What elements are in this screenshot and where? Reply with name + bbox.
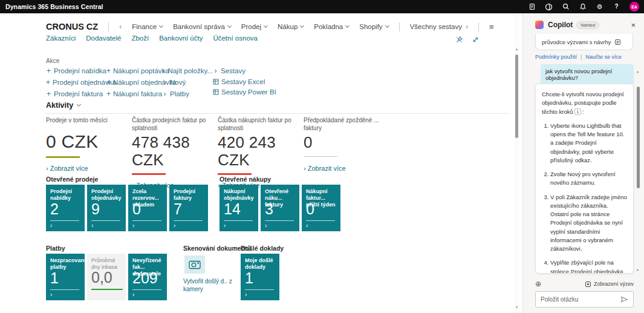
citation-badge[interactable]: 1 bbox=[574, 108, 581, 115]
preview-badge: Náhled bbox=[576, 21, 599, 29]
tile-nakupni-faktury-pristi-tyden[interactable]: Nákupní faktur... příští týden0 › bbox=[302, 185, 340, 231]
kpi-expected-late-invoices: Předpokládané zpožděné ... faktury 0 ›Zo… bbox=[304, 117, 385, 172]
action-platby[interactable]: ›Platby bbox=[162, 90, 213, 98]
copilot-input-wrap bbox=[535, 291, 634, 308]
link-bankovni-ucty[interactable]: Bankovní účty bbox=[159, 35, 203, 42]
kpi-overdue-sales-invoices: Částka prodejních faktur po splatnosti 4… bbox=[132, 117, 213, 189]
menu-nakup[interactable]: Nákup bbox=[278, 23, 304, 30]
chevron-right-icon: › bbox=[132, 292, 163, 298]
chevron-right-icon: › bbox=[245, 292, 276, 298]
tile-otevrene-nakupni-faktury[interactable]: Otevřené náku... faktury3 › bbox=[261, 185, 299, 231]
show-more-link[interactable]: ›Zobrazit více bbox=[46, 165, 127, 172]
notifications-bell-icon[interactable] bbox=[579, 3, 587, 11]
action-prodejni-objednavka[interactable]: +Prodejní objednávka bbox=[46, 78, 106, 87]
send-icon[interactable] bbox=[620, 296, 628, 303]
search-icon[interactable] bbox=[562, 3, 570, 11]
tile-zcela-rezervovane[interactable]: Zcela rezervov... skladem0 › bbox=[128, 185, 167, 231]
divider bbox=[478, 22, 479, 31]
menu-vsechny-sestavy[interactable]: Všechny sestavy› bbox=[410, 22, 468, 31]
kpi-sales-this-month: Prodeje v tomto měsíci 0 CZK ›Zobrazit v… bbox=[46, 117, 127, 172]
tile-nakupni-objednavky[interactable]: Nákupní objednávky14 › bbox=[220, 185, 258, 231]
ask-question-input[interactable] bbox=[541, 296, 620, 303]
tile-nezpracovane-platby[interactable]: Nezpracované platby1 › bbox=[46, 254, 85, 300]
copilot-panel: Copilot Náhled × průvodce výzvami s návr… bbox=[522, 13, 644, 313]
help-icon[interactable]: ? bbox=[613, 3, 620, 11]
link-ucetni-osnova[interactable]: Účetní osnova bbox=[213, 35, 258, 42]
action-prodejni-nabidka[interactable]: +Prodejní nabídka bbox=[46, 67, 106, 75]
document-icon[interactable] bbox=[528, 3, 536, 11]
main-scrollbar[interactable]: ▲ ▼ bbox=[515, 13, 519, 313]
link-dodavatele[interactable]: Dodavatelé bbox=[86, 35, 121, 42]
tile-moje-dosle-doklady[interactable]: Moje došlé doklady1 › bbox=[241, 254, 279, 300]
copilot-footer: ⊕ Zobrazení výzev bbox=[535, 280, 634, 288]
menu-bankovni-sprava[interactable]: Bankovní správa bbox=[173, 23, 231, 30]
plus-icon: + bbox=[106, 67, 111, 75]
copilot-icon[interactable] bbox=[545, 3, 553, 11]
menu-pokladna[interactable]: Pokladna bbox=[314, 23, 349, 30]
link-zakaznici[interactable]: Zákazníci bbox=[46, 35, 76, 42]
plus-icon: + bbox=[46, 78, 50, 87]
prompt-guide-card[interactable]: průvodce výzvami s návrhy bbox=[535, 34, 633, 50]
group-title-incoming-documents: Došlé doklady bbox=[241, 245, 284, 252]
unpin-icon[interactable] bbox=[455, 36, 463, 44]
action-nakupni-objednavka[interactable]: +Nákupní objednávka bbox=[106, 78, 162, 87]
scan-camera-tile[interactable] bbox=[184, 255, 205, 274]
tile-prodejni-faktury[interactable]: Prodejní faktury7 › bbox=[169, 185, 208, 231]
view-prompts-button[interactable]: Zobrazení výzev bbox=[585, 281, 634, 288]
learn-more-link[interactable]: Naučte se více bbox=[585, 54, 622, 60]
new-chat-icon[interactable]: ⊕ bbox=[535, 280, 541, 288]
actions-links: +Prodejní nabídka +Prodejní objednávka +… bbox=[46, 67, 285, 98]
menu-prodej[interactable]: Prodej bbox=[241, 23, 267, 30]
kpi-value[interactable]: 478 438 CZK bbox=[132, 134, 213, 168]
settings-gear-icon[interactable]: ⚙ bbox=[596, 3, 603, 11]
chevron-down-icon bbox=[227, 24, 232, 28]
action-sestavy[interactable]: ›Sestavy bbox=[213, 67, 285, 75]
company-name[interactable]: CRONUS CZ bbox=[46, 22, 98, 31]
scroll-up-icon[interactable]: ▲ bbox=[515, 47, 518, 51]
copilot-scroll-down-icon[interactable]: ▼ bbox=[636, 268, 639, 272]
chevron-right-icon: › bbox=[265, 223, 296, 229]
show-more-link[interactable]: ›Zobrazit více bbox=[304, 165, 385, 172]
action-prodejni-faktura[interactable]: +Prodejní faktura bbox=[46, 90, 106, 98]
more-menu-icon[interactable]: ≡ bbox=[489, 22, 494, 31]
expand-icon[interactable] bbox=[472, 36, 480, 44]
link-zbozi[interactable]: Zboží bbox=[131, 35, 149, 42]
chevron-right-icon: › bbox=[306, 223, 337, 229]
scrollbar-thumb[interactable] bbox=[515, 54, 518, 138]
close-icon[interactable]: × bbox=[631, 21, 636, 29]
copilot-scroll-up-icon[interactable]: ▲ bbox=[636, 70, 639, 73]
user-avatar[interactable]: EA bbox=[629, 2, 639, 12]
tile-prodejni-objednavky[interactable]: Prodejní objednávky9 › bbox=[87, 185, 126, 231]
chevron-right-icon: › bbox=[132, 223, 163, 229]
group-title-open-sales: Otevřené prodeje bbox=[46, 176, 98, 183]
kpi-value[interactable]: 420 243 CZK bbox=[218, 134, 299, 168]
activities-header[interactable]: Aktivity bbox=[46, 101, 80, 110]
action-novy[interactable]: ›Nový bbox=[162, 78, 213, 87]
tile-prodejni-nabidky[interactable]: Prodejní nabídky2 › bbox=[46, 185, 85, 231]
action-sestavy-excel[interactable]: Sestavy Excel bbox=[213, 78, 285, 85]
scroll-down-icon[interactable]: ▼ bbox=[515, 305, 518, 309]
terms-of-use-link[interactable]: Podmínky použití bbox=[535, 54, 577, 60]
copilot-scrollbar-thumb[interactable] bbox=[637, 87, 640, 188]
menu-shopify[interactable]: Shopify bbox=[359, 23, 388, 30]
tile-prumerne-dny-inkasa[interactable]: Průměrné dny inkasa0,0 › bbox=[87, 254, 126, 300]
chevron-right-icon: › bbox=[224, 223, 255, 229]
copilot-title: Copilot bbox=[548, 21, 573, 29]
chevron-down-icon bbox=[77, 102, 81, 107]
answer-steps: Vyberte ikonu Lightbulb that opens the T… bbox=[542, 122, 627, 274]
action-najit-polozky[interactable]: ›Najít položky... bbox=[162, 67, 213, 75]
chevron-right-icon: › bbox=[466, 22, 468, 31]
copilot-logo-icon bbox=[535, 21, 544, 29]
action-sestavy-powerbi[interactable]: Sestavy Power BI bbox=[213, 88, 285, 96]
chevron-down-icon bbox=[300, 24, 304, 28]
kpi-value[interactable]: 0 CZK bbox=[46, 131, 127, 151]
kpi-value[interactable]: 0 bbox=[304, 134, 385, 151]
create-incoming-doc-link[interactable]: Vytvořit došlý d.. z kamery bbox=[183, 277, 234, 293]
chevron-right-icon: › bbox=[50, 292, 81, 298]
tile-nevyrizene-faktury-dodavatele[interactable]: Nevyřízené fak... dodavatele209 › bbox=[128, 254, 167, 300]
menu-finance[interactable]: Finance bbox=[132, 23, 163, 30]
action-nakupni-poptavka[interactable]: +Nákupní poptávka bbox=[106, 67, 162, 75]
action-nakupni-faktura[interactable]: +Nákupní faktura bbox=[106, 90, 162, 98]
nav-scroll-left-icon[interactable]: ‹ bbox=[119, 22, 122, 31]
camera-icon bbox=[189, 260, 201, 269]
